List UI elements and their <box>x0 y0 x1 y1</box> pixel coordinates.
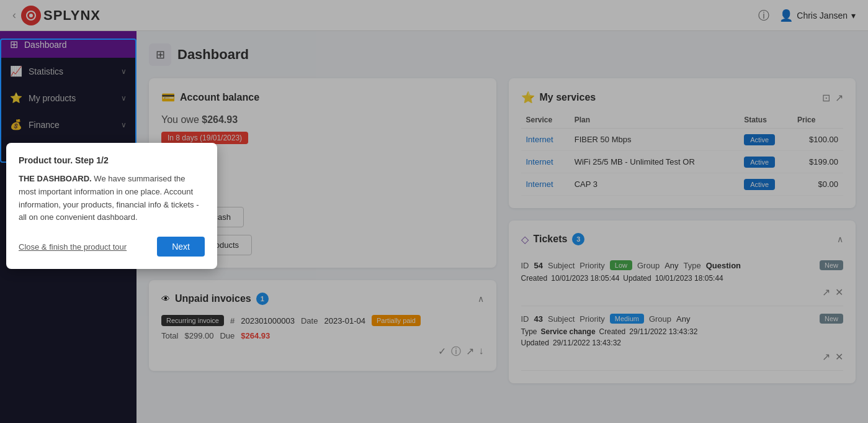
ticket-new-badge-43: New <box>820 314 843 324</box>
expand-icon[interactable]: ↗ <box>835 92 843 104</box>
tickets-title-area: ◇ Tickets 3 <box>521 233 585 245</box>
sidebar-item-dashboard[interactable]: ⊞ Dashboard <box>0 31 136 58</box>
created-value-54: 10/01/2023 18:05:44 <box>551 274 619 283</box>
ticket-row2-43: Type Service change Created 29/11/2022 1… <box>521 327 844 336</box>
tour-popup: Product tour. Step 1/2 THE DASHBOARD. We… <box>6 143 217 269</box>
services-table-header: Service Plan Status Price <box>521 112 844 129</box>
sidebar-item-myproducts[interactable]: ⭐ My products ∨ <box>0 84 136 111</box>
invoice-due-label: Due <box>220 331 235 340</box>
ticket-close-icon-43[interactable]: ✕ <box>835 351 843 363</box>
my-services-card: ⭐ My services ⊡ ↗ Service Plan <box>509 78 856 208</box>
sidebar-item-left: ⭐ My products <box>10 92 76 104</box>
tour-title: Product tour. Step 1/2 <box>19 155 205 165</box>
user-icon: 👤 <box>779 9 793 22</box>
next-button[interactable]: Next <box>157 237 205 257</box>
tickets-count-badge: 3 <box>572 233 584 245</box>
unpaid-icon: 👁 <box>161 294 170 304</box>
tickets-collapse-icon[interactable]: ∧ <box>837 234 843 244</box>
info-icon[interactable]: ⓘ <box>451 345 461 358</box>
invoice-type-badge: Recurring invoice <box>161 315 224 326</box>
tour-footer: Close & finish the product tour Next <box>19 237 205 257</box>
balance-icon: 💳 <box>161 91 175 104</box>
ticket-row2b-43: Updated 29/11/2022 13:43:32 <box>521 339 844 347</box>
export-icon[interactable]: ↗ <box>466 345 474 358</box>
ticket-id-label-43: ID <box>521 314 529 324</box>
ticket-priority-label-43: Priority <box>579 314 604 324</box>
ticket-group-43: Any <box>676 314 690 324</box>
tickets-card: ◇ Tickets 3 ∧ ID 54 Subject Priority <box>509 221 856 383</box>
service-cell[interactable]: Internet <box>521 151 570 173</box>
ticket-dates-54: Created 10/01/2023 18:05:44 Updated 10/0… <box>521 274 844 283</box>
service-cell[interactable]: Internet <box>521 173 570 196</box>
sidebar-label-dashboard: Dashboard <box>24 40 67 50</box>
col-price: Price <box>792 112 843 129</box>
sidebar-item-statistics[interactable]: 📈 Statistics ∨ <box>0 58 136 84</box>
page-header: ⊞ Dashboard <box>149 43 856 66</box>
ticket-id-54: 54 <box>534 261 543 270</box>
ticket-new-badge-54: New <box>820 260 843 270</box>
services-title-area: ⭐ My services <box>521 91 596 104</box>
type-value-43: Service change <box>541 327 596 336</box>
check-icon[interactable]: ✓ <box>438 345 446 358</box>
invoice-date-label: Date <box>301 316 318 325</box>
collapse-icon[interactable]: ∧ <box>478 294 484 304</box>
ticket-expand-icon-54[interactable]: ↗ <box>822 286 830 298</box>
user-chevron: ▾ <box>851 11 856 20</box>
ticket-actions-54: ↗ ✕ <box>521 286 844 298</box>
ticket-id-label: ID <box>521 261 529 270</box>
ticket-actions-43: ↗ ✕ <box>521 351 844 363</box>
services-header: ⭐ My services ⊡ ↗ <box>521 91 844 104</box>
download-icon[interactable]: ↓ <box>479 345 484 358</box>
service-row: Internet CAP 3 Active $0.00 <box>521 173 844 196</box>
plan-cell: FIBER 50 Mbps <box>570 129 739 151</box>
services-table: Service Plan Status Price Internet FIBER… <box>521 112 844 196</box>
right-column: ⭐ My services ⊡ ↗ Service Plan <box>509 78 856 383</box>
status-cell: Active <box>739 129 792 151</box>
balance-title: Account balance <box>180 92 259 103</box>
user-menu[interactable]: 👤 Chris Jansen ▾ <box>779 9 856 22</box>
status-cell: Active <box>739 173 792 196</box>
grid-icon[interactable]: ⊡ <box>822 92 830 104</box>
ticket-subject-label-43: Subject <box>548 314 575 324</box>
type-label-43: Type <box>521 327 537 336</box>
svg-point-1 <box>29 14 33 17</box>
updated-value-54: 10/01/2023 18:05:44 <box>655 274 723 283</box>
ticket-expand-icon-43[interactable]: ↗ <box>822 351 830 363</box>
close-tour-button[interactable]: Close & finish the product tour <box>19 242 127 252</box>
finance-icon: 💰 <box>10 119 22 130</box>
back-button[interactable]: ‹ <box>12 9 16 22</box>
chevron-icon: ∨ <box>121 67 127 76</box>
invoice-number: 202301000003 <box>241 316 295 325</box>
tickets-icon: ◇ <box>521 234 529 245</box>
content-grid: 💳 Account balance You owe $264.93 In 8 d… <box>149 78 856 383</box>
ticket-subject-label-54: Subject <box>548 261 575 270</box>
ticket-entry-43: ID 43 Subject Priority Medium Group Any … <box>521 306 844 371</box>
logo-area: ‹ SPLYNX <box>12 6 101 25</box>
ticket-group-label-43: Group <box>649 314 671 324</box>
ticket-priority-label-54: Priority <box>579 261 604 270</box>
logo: SPLYNX <box>21 6 101 25</box>
status-cell: Active <box>739 151 792 173</box>
service-cell[interactable]: Internet <box>521 129 570 151</box>
ticket-type-54: Question <box>706 261 741 270</box>
invoice-due: $264.93 <box>241 331 270 340</box>
sidebar-label-myproducts: My products <box>29 93 76 103</box>
price-cell: $100.00 <box>792 129 843 151</box>
ticket-id-43: 43 <box>534 314 543 324</box>
ticket-close-icon-54[interactable]: ✕ <box>835 286 843 298</box>
header-right: ⓘ 👤 Chris Jansen ▾ <box>758 8 856 23</box>
invoice-totals-row: Total $299.00 Due $264.93 <box>161 331 484 340</box>
myproducts-icon: ⭐ <box>10 92 22 104</box>
logo-text: SPLYNX <box>43 7 101 24</box>
services-actions: ⊡ ↗ <box>822 92 843 104</box>
updated-label-54: Updated <box>623 274 651 283</box>
sidebar-item-finance[interactable]: 💰 Finance ∨ <box>0 111 136 138</box>
ticket-row1: ID 54 Subject Priority Low Group Any Typ… <box>521 260 844 270</box>
dashboard-icon: ⊞ <box>10 39 18 50</box>
help-icon[interactable]: ⓘ <box>758 8 769 23</box>
created-label-54: Created <box>521 274 548 283</box>
page-header-icon: ⊞ <box>149 43 171 66</box>
updated-label-43: Updated <box>521 339 549 347</box>
unpaid-title: Unpaid invoices <box>175 293 251 304</box>
card-header: 💳 Account balance <box>161 91 484 104</box>
